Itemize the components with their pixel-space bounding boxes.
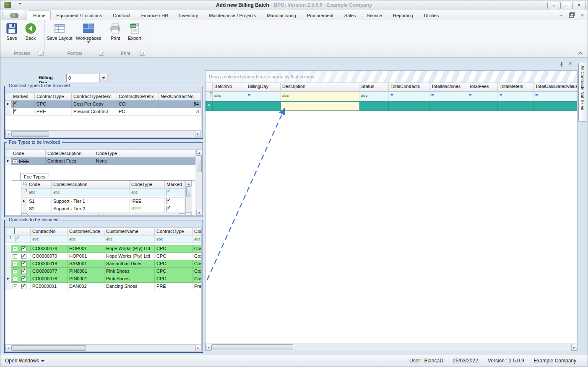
column-header-code[interactable]: Code [27,181,52,189]
collapse-row-icon[interactable] [13,159,17,164]
scroll-right-icon[interactable] [195,131,201,137]
expand-row-icon[interactable] [13,247,17,251]
customername-cell[interactable]: Dancing Shoes [104,283,155,290]
billing-day-select[interactable]: 0 [66,74,107,82]
filter-cell-codedescription[interactable]: abc [52,189,130,196]
column-header-marked[interactable]: Marked [11,93,35,101]
checkbox-checked-icon[interactable] [21,261,26,266]
scroll-thumb[interactable] [11,131,49,137]
column-header-status[interactable]: Status [359,83,389,92]
checkbox-checked-icon[interactable] [167,198,167,204]
tab-procurement[interactable]: Procurement [302,10,339,20]
table-row[interactable]: CO0000078 HOP001 Hope Works (Pty) Ltd CP… [5,245,201,253]
column-header-con[interactable]: Con [193,228,201,235]
column-header-totalmachines[interactable]: TotalMachines [429,83,467,92]
con-cell[interactable]: Cost [193,260,201,268]
table-row[interactable]: CO0000079 HOP001 Hope Works (Pty) Ltd CP… [5,253,201,260]
tab-inventory[interactable]: Inventory [174,10,203,20]
customername-cell[interactable]: Pink Shoes [104,275,155,283]
expand-row-icon[interactable] [13,262,17,266]
codedescription-cell[interactable]: Contract Fees [46,158,94,165]
column-header-nextcontractno[interactable]: NextContractNo [159,93,201,101]
filter-cell-totalcalculatedvalue[interactable]: = [533,92,577,101]
customername-cell[interactable]: Samanthas Diner [104,260,155,268]
totalcontracts-cell[interactable] [389,102,429,111]
column-header-contracttype[interactable]: ContractType [35,93,72,101]
tab-reporting[interactable]: Reporting [388,10,419,20]
mdi-minimize-icon[interactable] [560,13,563,18]
new-row[interactable]: * [206,101,577,111]
table-row[interactable]: S1 Support - Tier 1 IFEE [21,198,185,205]
description-edit-cell[interactable] [281,102,359,111]
column-header-description[interactable]: Description [281,83,359,92]
scroll-thumb[interactable] [186,186,191,196]
maximize-button[interactable] [560,2,573,9]
scroll-left-icon[interactable] [206,344,211,351]
column-header-codetype[interactable]: CodeType [130,181,165,189]
checkbox-checked-icon[interactable] [21,277,26,282]
tab-utilities[interactable]: Utilities [419,10,444,20]
contractno-cell[interactable]: CO0000077 [31,268,68,275]
contractno-cell[interactable]: CO0000079 [31,253,68,260]
pin-icon[interactable] [559,62,564,67]
billing-day-dropdown-icon[interactable] [99,74,107,82]
codetype-cell[interactable]: None [94,158,131,165]
nextcontractno-cell[interactable]: 84 [159,101,201,108]
filter-cell-description[interactable]: abc [281,92,359,101]
row-select-cell[interactable] [11,260,31,268]
group-by-panel[interactable]: Drag a column header here to group by th… [206,71,577,83]
filter-cell-totalcontracts[interactable]: = [389,92,429,101]
scroll-left-icon[interactable] [21,213,27,216]
con-cell[interactable]: Cost [193,253,201,260]
customercode-cell[interactable]: HOP001 [68,245,104,253]
export-button[interactable]: XLSX Export [125,22,144,41]
horizontal-scrollbar[interactable] [21,213,185,216]
filter-cell-batchno[interactable]: abc [213,92,246,101]
print-dialog-launcher-icon[interactable] [140,51,145,56]
mdi-restore-icon[interactable] [569,13,574,18]
filter-cell-customercode[interactable]: abc [68,235,104,243]
scroll-track[interactable] [211,344,571,351]
contracttype-cell[interactable]: CPC [155,245,193,253]
marked-cell[interactable] [165,205,185,213]
customername-cell[interactable]: Hope Works (Pty) Ltd [104,245,155,253]
contractno-cell[interactable]: PC0000001 [31,283,68,290]
customercode-cell[interactable]: PIN0001 [68,275,104,283]
expand-row-icon[interactable] [13,269,17,274]
filter-cell-totalfees[interactable]: = [467,92,498,101]
scroll-track[interactable] [11,345,195,351]
tab-manufacturing[interactable]: Manufacturing [261,10,302,20]
scroll-left-icon[interactable] [5,345,11,351]
contractno-cell[interactable]: CO0000078 [31,245,68,253]
column-header-totalcontracts[interactable]: TotalContracts [389,83,429,92]
scroll-track[interactable] [196,155,202,210]
column-header-codedescription[interactable]: CodeDescription [46,150,94,158]
contracttype-cell[interactable]: CPC [155,268,193,275]
contractno-cell[interactable]: CO0000078 [31,275,68,283]
scroll-right-icon[interactable] [571,344,577,351]
horizontal-scrollbar[interactable] [5,344,201,351]
column-header-marked[interactable]: Marked [165,181,185,189]
codedescription-cell[interactable]: Support - Tier 1 [52,198,130,205]
scroll-left-icon[interactable] [5,131,11,137]
checkbox-gray-checked-icon[interactable] [167,189,167,195]
expand-row-icon[interactable] [13,277,17,282]
table-row[interactable]: PRE Prepaid Contract PC 3 [5,108,201,116]
contracttype-cell[interactable]: PRE [35,108,72,116]
filter-cell-totalmeters[interactable]: = [498,92,533,101]
column-header-totalmeters[interactable]: TotalMeters [498,83,533,92]
format-dialog-launcher-icon[interactable] [99,51,104,56]
checkbox-checked-icon[interactable] [167,206,167,212]
con-cell[interactable]: Cost [193,275,201,283]
select-all-checkbox[interactable] [14,228,15,234]
contracttype-cell[interactable]: CPC [155,260,193,268]
scroll-down-icon[interactable] [196,210,202,216]
contracttype-cell[interactable]: CPC [155,275,193,283]
filter-cell-status[interactable]: abc [359,92,389,101]
codedescription-cell[interactable]: Support - Tier 2 [52,205,130,213]
scroll-right-icon[interactable] [195,345,201,351]
select-all-header-cell[interactable] [11,228,31,235]
checkbox-checked-icon[interactable] [13,101,14,107]
scroll-track[interactable] [11,131,195,137]
filter-cell-totalmachines[interactable]: = [429,92,467,101]
